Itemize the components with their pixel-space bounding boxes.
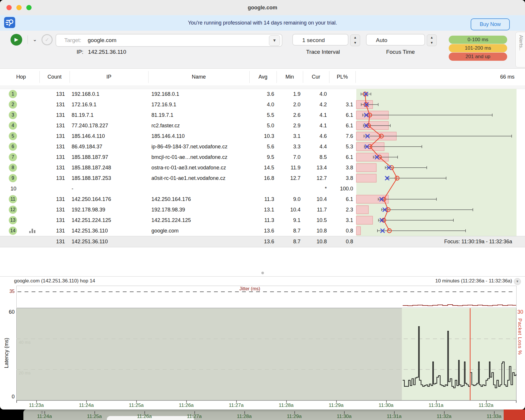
hop-ip: 172.16.9.1 (72, 99, 148, 110)
hop-avg: 16.8 (247, 173, 274, 183)
time-axis-end-tick (516, 400, 517, 403)
legend-pill-slow: 201 and up (449, 53, 507, 61)
hop-ip: 142.251.36.110 (72, 225, 148, 236)
hop-min (274, 183, 301, 194)
hop-packet-loss: 2.3 (326, 204, 353, 215)
focus-time-input[interactable]: Auto (366, 34, 425, 46)
trace-interval-input[interactable]: 1 second (292, 34, 348, 46)
hop-number-badge: 11 (9, 195, 17, 203)
window-title: google.com (0, 0, 525, 15)
hop-packet-loss: 6.1 (326, 110, 353, 120)
hop-ip: 185.188.187.248 (72, 162, 148, 173)
jitter-trace (16, 286, 516, 307)
hop-count: 131 (38, 141, 65, 152)
packet-loss-axis-label: Packet Loss % (517, 318, 523, 355)
timeline-range[interactable]: 10 minutes (11:22:36a - 11:32:36a) (351, 277, 512, 286)
pingplotter-logo-icon (4, 17, 15, 28)
time-axis-label: 11:25a (120, 402, 152, 408)
summary-row[interactable]: 131 142.251.36.110 13.6 8.7 10.8 0.8 Foc… (0, 236, 525, 247)
focus-window-text: Focus: 11:30:19a - 11:32:36a (380, 236, 512, 247)
hop-count: 131 (38, 204, 65, 215)
timeline-range-chevron-icon[interactable]: ▼ (514, 278, 521, 285)
background-window-strip: 0 11:24a11:25a11:26a11:27a11:28a11:29a11… (23, 409, 525, 420)
hop-count (38, 183, 65, 194)
hop-packet-loss: 0.8 (326, 225, 353, 236)
hop-count: 131 (38, 215, 65, 225)
summary-cur: 10.8 (300, 236, 327, 247)
column-header-hop[interactable]: Hop (9, 69, 33, 85)
buy-now-button[interactable]: Buy Now (471, 18, 510, 30)
hop-min: 2.6 (274, 110, 301, 120)
hop-count: 131 (38, 110, 65, 120)
column-header-count[interactable]: Count (39, 69, 70, 85)
hop-name: 81.19.7.1 (151, 110, 249, 120)
hop-name: 192.178.98.39 (151, 204, 249, 215)
hop-cur: 8.5 (300, 152, 327, 162)
hop-packet-loss: 5.3 (326, 141, 353, 152)
target-input[interactable]: Target: google.com ▼ (56, 34, 282, 47)
hop-count: 131 (38, 89, 65, 99)
confirm-target-icon[interactable]: ✓ (42, 34, 53, 45)
hop-avg: 9.5 (247, 152, 274, 162)
hop-number-badge: 14 (9, 227, 17, 235)
hop-name: bmcjl-rc-01-ae…net.vodafone.cz (151, 152, 249, 162)
hop-number-badge: 9 (9, 174, 17, 182)
hop-avg: 5.0 (247, 120, 274, 131)
hop-avg: 13.1 (247, 204, 274, 215)
hop-cur: 4.4 (300, 141, 327, 152)
background-axis-label: 11:27a (178, 414, 210, 419)
alerts-side-tab[interactable]: Alerts.. (515, 32, 525, 67)
hop-min: 11.9 (274, 162, 301, 173)
legend-pill-medium: 101-200 ms (449, 44, 507, 52)
hop-name (151, 183, 249, 194)
hop-avg: 11.3 (247, 215, 274, 225)
background-axis-label: 11:31a (378, 414, 410, 419)
column-header-pl[interactable]: PL% (329, 69, 355, 85)
title-bar: google.com (0, 0, 525, 15)
hop-number-badge: 8 (9, 164, 17, 172)
background-axis-label: 11:28a (228, 414, 260, 419)
background-axis-label: 11:29a (278, 414, 310, 419)
hop-number-badge: 1 (9, 90, 17, 98)
column-header-min[interactable]: Min (277, 69, 303, 85)
hop-number-badge: 12 (9, 206, 17, 214)
hop-avg: 5.5 (247, 110, 274, 120)
focus-time-stepper[interactable]: ▲▼ (427, 34, 437, 46)
zoom-window-button[interactable] (26, 5, 32, 10)
trace-interval-stepper[interactable]: ▲▼ (350, 34, 360, 46)
target-input-label: Target: (64, 34, 81, 46)
hop-packet-loss: 6.1 (326, 152, 353, 162)
time-axis-label: 11:26a (170, 402, 202, 408)
hop-ip: 142.251.224.125 (72, 215, 148, 225)
hop-min: 9.0 (274, 194, 301, 204)
column-header-cur[interactable]: Cur (303, 69, 329, 85)
column-header-ip[interactable]: IP (70, 69, 148, 85)
time-axis-label: 11:32a (470, 402, 502, 408)
close-window-button[interactable] (6, 5, 12, 10)
column-header-avg[interactable]: Avg (249, 69, 277, 85)
toolbar: ▶ ⌄ ✓ Target: google.com ▼ IP: 142.251.3… (0, 31, 525, 68)
hop-packet-loss: 6.1 (326, 120, 353, 131)
summary-ip: 142.251.36.110 (72, 236, 148, 247)
start-options-chevron-icon[interactable]: ⌄ (30, 34, 39, 46)
timeline-graph-icon (29, 229, 36, 233)
hop-packet-loss: 3.1 (326, 215, 353, 225)
hop-count: 131 (38, 194, 65, 204)
column-header-name[interactable]: Name (148, 69, 249, 85)
hop-ip: 192.168.0.1 (72, 89, 148, 99)
hop-count: 131 (38, 225, 65, 236)
hop-cur: * (300, 183, 327, 194)
graph-scale-label: 66 ms (427, 69, 514, 85)
hop-name: 192.168.0.1 (151, 89, 249, 99)
hop-ip: 77.240.178.227 (72, 120, 148, 131)
background-axis-label: 11:24a (28, 414, 61, 419)
hop-min: 9.1 (274, 215, 301, 225)
time-axis-label: 11:28a (270, 402, 302, 408)
minimize-window-button[interactable] (16, 5, 22, 10)
hop-min: 1.9 (274, 89, 301, 99)
start-trace-button[interactable]: ▶ (11, 34, 22, 46)
trial-banner: You're running professional with 14 days… (0, 15, 525, 31)
target-dropdown-button[interactable]: ▼ (269, 35, 280, 46)
pane-splitter-handle[interactable] (261, 272, 264, 274)
hop-avg: 3.6 (247, 89, 274, 99)
